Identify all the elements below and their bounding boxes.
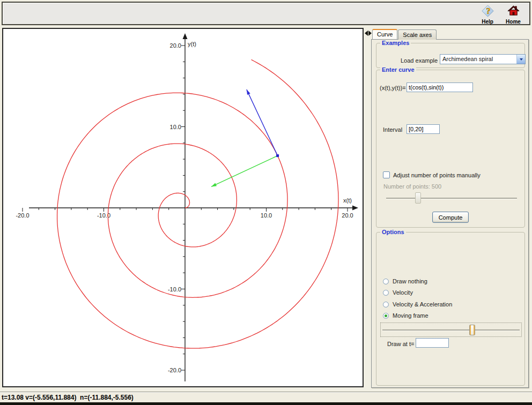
window-bottom-edge: [0, 402, 532, 405]
radio-icon: [383, 302, 389, 308]
time-slider[interactable]: [380, 322, 522, 337]
interval-input[interactable]: [407, 124, 440, 134]
svg-text:20.0: 20.0: [170, 42, 181, 49]
enter-curve-group: Enter curve (x(t),y(t))= Interval Adjust…: [376, 70, 525, 228]
slider-track: [382, 329, 520, 331]
examples-group: Examples Load example Archimedean spiral: [376, 43, 525, 68]
svg-text:10.0: 10.0: [261, 212, 272, 219]
svg-text:10.0: 10.0: [170, 124, 181, 130]
home-button-label: Home: [506, 19, 521, 25]
formula-input[interactable]: [407, 82, 473, 92]
options-group: Options Draw nothing Velocity Velocity &…: [376, 232, 525, 386]
combo-dropdown-button[interactable]: [516, 55, 525, 64]
svg-text:?: ?: [486, 6, 490, 16]
help-icon: ?: [481, 4, 494, 19]
enter-curve-group-title: Enter curve: [380, 66, 416, 73]
draw-at-label: Draw at t=: [387, 341, 414, 347]
radio-label: Velocity & Acceleration: [393, 301, 452, 308]
formula-label: (x(t),y(t))=: [380, 85, 406, 91]
status-text: t=13.08 v=(-5.556,11.884) n=(-11.884,-5.…: [2, 394, 134, 401]
number-of-points-label: Number of points: 500: [383, 183, 441, 190]
examples-group-title: Examples: [380, 40, 411, 47]
slider-track: [386, 198, 517, 199]
svg-text:-20.0: -20.0: [16, 212, 29, 219]
toolbar: ? Help Home: [2, 2, 530, 25]
chevron-down-icon: [520, 58, 523, 61]
adjust-points-checkbox[interactable]: [383, 171, 390, 178]
radio-icon: [383, 313, 389, 319]
svg-text:-10.0: -10.0: [97, 212, 110, 219]
load-example-label: Load example: [401, 57, 438, 64]
svg-text:-20.0: -20.0: [168, 367, 181, 373]
compute-button[interactable]: Compute: [432, 212, 469, 223]
home-button[interactable]: Home: [501, 4, 525, 24]
draw-at-input[interactable]: [416, 338, 449, 348]
tab-curve[interactable]: Curve: [372, 29, 397, 39]
help-button-label: Help: [482, 19, 493, 25]
radio-velocity[interactable]: Velocity: [383, 289, 413, 296]
splitter-collapse-left-icon[interactable]: [365, 31, 368, 36]
plot-canvas[interactable]: -20.0-20.0-10.0-10.010.010.020.020.0x(t)…: [3, 29, 363, 386]
interval-label: Interval: [383, 126, 402, 133]
slider-thumb[interactable]: [415, 192, 421, 204]
svg-text:x(t): x(t): [343, 197, 352, 204]
number-of-points-slider[interactable]: [385, 192, 519, 204]
tab-content-curve: Examples Load example Archimedean spiral…: [371, 39, 529, 388]
radio-icon: [383, 290, 389, 296]
plot-panel: -20.0-20.0-10.0-10.010.010.020.020.0x(t)…: [2, 28, 364, 387]
status-bar: t=13.08 v=(-5.556,11.884) n=(-11.884,-5.…: [0, 392, 532, 402]
radio-moving-frame[interactable]: Moving frame: [383, 312, 428, 319]
svg-text:20.0: 20.0: [342, 212, 353, 219]
radio-label: Velocity: [393, 289, 413, 296]
radio-draw-nothing[interactable]: Draw nothing: [383, 278, 427, 285]
svg-text:y(t): y(t): [188, 41, 196, 47]
svg-text:-10.0: -10.0: [168, 286, 181, 292]
tab-bar: Curve Scale axes: [372, 29, 437, 39]
adjust-points-label: Adjust number of points manually: [393, 172, 481, 178]
radio-icon: [383, 279, 389, 284]
radio-label: Moving frame: [393, 312, 428, 319]
options-group-title: Options: [380, 229, 406, 236]
slider-thumb[interactable]: [469, 325, 475, 335]
settings-panel: Curve Scale axes Examples Load example A…: [371, 28, 530, 389]
radio-label: Draw nothing: [393, 278, 427, 284]
load-example-selected-value: Archimedean spiral: [440, 55, 516, 64]
load-example-select[interactable]: Archimedean spiral: [440, 54, 526, 64]
tab-scale-axes[interactable]: Scale axes: [398, 29, 437, 40]
help-button[interactable]: ? Help: [476, 4, 499, 24]
home-icon: [507, 4, 520, 19]
radio-velocity-acceleration[interactable]: Velocity & Acceleration: [383, 301, 452, 308]
